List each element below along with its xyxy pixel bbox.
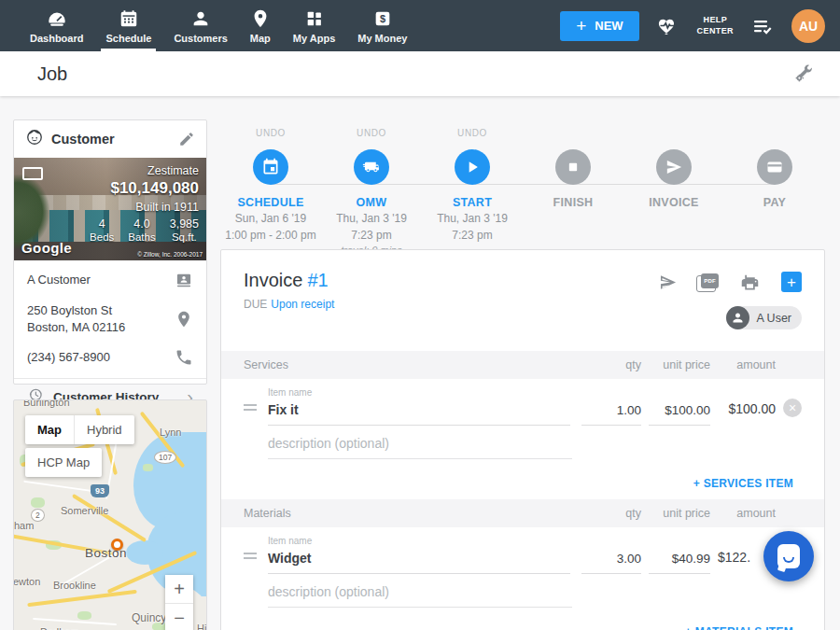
schedule-step-button[interactable] [253,149,288,185]
customer-card-title: Customer [51,132,171,147]
contact-card-icon[interactable] [175,271,193,289]
calendar-icon [261,158,280,176]
step-label: START [453,196,492,209]
map-label-hingham: Hi [197,623,206,630]
hcp-map-button[interactable]: HCP Map [25,448,102,477]
step-time: 7:23 pm [351,229,391,243]
page-title: Job [37,63,67,85]
step-date: Sun, Jan 6 '19 [235,212,306,226]
map-label-waltham: ham [14,520,34,531]
phone-icon[interactable] [175,348,193,367]
nav-tab-schedule[interactable]: Schedule [94,0,162,51]
map-park [31,497,45,508]
referral-heart-icon[interactable] [657,15,679,37]
service-item-name-input[interactable] [268,399,570,426]
property-stats: 4Beds 4.0Baths 3,985Sq.ft. [90,217,199,243]
route-107-shield: 107 [154,451,176,464]
zestimate-value: $10,149,080 [90,179,199,198]
nav-tabs: Dashboard Schedule Customers Map My Apps… [0,0,418,51]
customer-phone-row: (234) 567-8900 [27,342,193,373]
zoom-in-button[interactable]: + [165,575,193,603]
new-button[interactable]: + NEW [560,11,638,41]
i93-shield: 93 [91,484,109,497]
nav-tab-map[interactable]: Map [239,0,282,51]
service-description-input[interactable] [268,429,572,459]
due-label: DUE [244,298,267,311]
timeline-step-finish: FINISH [523,128,623,256]
map-road [33,618,117,625]
property-photo: Zestimate $10,149,080 Built in 1911 4Bed… [14,158,206,260]
undo-omw-link[interactable]: UNDO [357,128,386,141]
step-date: Thu, Jan 3 '19 [437,212,508,226]
chat-icon [777,544,800,568]
nav-tab-label: My Apps [293,33,335,44]
materials-section-header: Materials qty unit price amount [221,499,824,527]
map-label-burlington: Burlington [23,399,70,408]
map-label-somerville: Somerville [61,505,108,516]
map-label-brookline: Brookline [53,580,96,591]
service-unit-price-input[interactable] [649,399,710,426]
edit-customer-icon[interactable] [178,131,195,147]
map-type-hybrid-button[interactable]: Hybrid [75,415,134,444]
omw-step-button[interactable] [354,149,389,185]
help-center-link[interactable]: HELP CENTER [697,15,734,36]
assignee-chip[interactable]: A User [726,306,802,329]
item-name-label: Item name [268,387,570,398]
checklist-icon[interactable] [751,15,774,37]
nav-tab-my-money[interactable]: $ My Money [346,0,418,51]
drag-handle[interactable] [244,550,268,574]
nav-tab-dashboard[interactable]: Dashboard [19,0,94,51]
add-materials-item-link[interactable]: + MATERIALS ITEM [685,625,793,630]
remove-service-item-icon[interactable]: × [783,399,802,417]
step-label: OMW [357,196,387,209]
step-label: SCHEDULE [237,196,303,209]
google-logo: Google [21,240,72,256]
zestimate-overlay: Zestimate $10,149,080 Built in 1911 4Bed… [90,164,199,243]
print-icon[interactable] [740,273,760,292]
invoice-card: Invoice#1 DUEUpon receipt PDF + A User S… [220,249,825,630]
map-widget[interactable]: Burlington Lynn Somerville ham Boston Ne… [13,399,207,630]
customer-name: A Customer [27,272,175,288]
assignee-name: A User [756,312,791,325]
material-item-name-input[interactable] [268,547,570,574]
undo-schedule-link[interactable]: UNDO [256,128,286,141]
job-location-marker[interactable] [111,539,123,551]
pay-step-button[interactable] [757,149,792,185]
material-unit-price-input[interactable] [649,548,710,574]
location-pin-icon[interactable] [175,310,193,329]
street-view-expand-icon[interactable] [22,167,43,180]
invoice-number: #1 [307,270,328,290]
person-icon [190,8,211,29]
service-qty-input[interactable] [581,399,641,426]
nav-tab-my-apps[interactable]: My Apps [282,0,346,51]
beds-value: 4 [90,217,114,231]
material-description-input[interactable] [268,578,572,608]
item-name-label: Item name [268,536,570,546]
add-services-item-link[interactable]: + SERVICES ITEM [693,477,793,490]
page-header: Job [0,51,840,96]
timeline-step-schedule: UNDO SCHEDULE Sun, Jan 6 '19 1:00 pm - 2… [220,128,321,256]
add-invoice-button[interactable]: + [781,272,802,292]
svg-text:$: $ [380,13,385,24]
start-step-button[interactable] [455,149,490,185]
chat-widget-button[interactable] [763,531,814,581]
material-description-row [221,574,824,608]
pdf-icon[interactable]: PDF [699,273,719,291]
undo-start-link[interactable]: UNDO [457,128,487,141]
due-value-link[interactable]: Upon receipt [271,298,334,311]
user-avatar[interactable]: AU [791,9,825,43]
map-type-map-button[interactable]: Map [25,415,74,444]
amount-column-header: amount [718,507,776,520]
customer-face-icon [25,128,44,150]
material-qty-input[interactable] [581,548,641,574]
invoice-step-button[interactable] [656,149,692,185]
send-invoice-icon[interactable] [658,273,678,292]
zoom-out-button[interactable]: − [165,604,193,630]
drag-handle[interactable] [244,401,268,426]
finish-step-button[interactable] [555,149,591,185]
nav-tab-customers[interactable]: Customers [162,0,238,51]
send-icon [665,158,683,176]
sqft-value: 3,985 [170,217,199,231]
job-settings-icon[interactable] [793,63,814,84]
money-icon: $ [372,8,393,29]
